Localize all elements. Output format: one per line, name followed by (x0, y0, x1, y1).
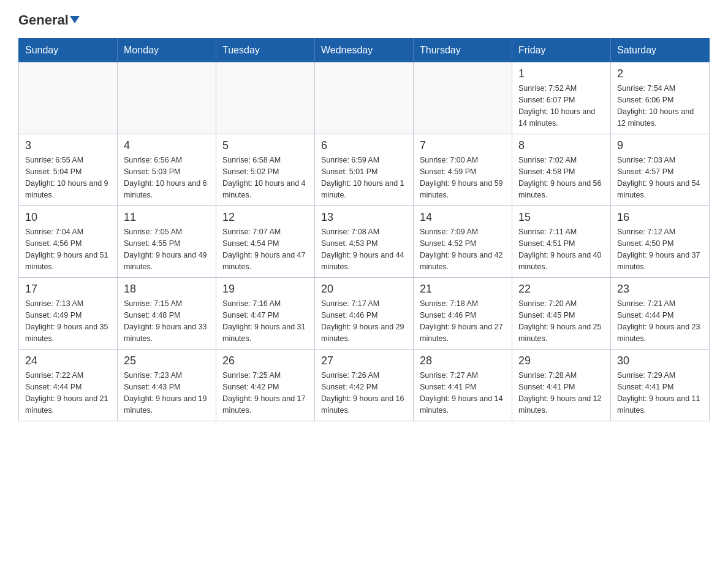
day-number: 10 (25, 211, 111, 224)
calendar-cell: 1Sunrise: 7:52 AMSunset: 6:07 PMDaylight… (512, 63, 611, 134)
day-number: 28 (420, 354, 506, 367)
calendar-cell: 17Sunrise: 7:13 AMSunset: 4:49 PMDayligh… (19, 278, 118, 350)
day-info: Sunrise: 7:16 AMSunset: 4:47 PMDaylight:… (222, 298, 308, 344)
calendar-cell: 29Sunrise: 7:28 AMSunset: 4:41 PMDayligh… (512, 350, 611, 421)
calendar-cell: 7Sunrise: 7:00 AMSunset: 4:59 PMDaylight… (414, 134, 512, 206)
day-info: Sunrise: 6:56 AMSunset: 5:03 PMDaylight:… (124, 155, 210, 201)
calendar-week-3: 10Sunrise: 7:04 AMSunset: 4:56 PMDayligh… (19, 206, 710, 278)
day-info: Sunrise: 7:05 AMSunset: 4:55 PMDaylight:… (124, 226, 210, 272)
day-number: 2 (617, 67, 703, 80)
calendar-cell: 21Sunrise: 7:18 AMSunset: 4:46 PMDayligh… (414, 278, 512, 350)
day-number: 18 (124, 283, 210, 296)
day-info: Sunrise: 7:54 AMSunset: 6:06 PMDaylight:… (617, 83, 703, 129)
day-number: 12 (222, 211, 308, 224)
calendar-cell (414, 63, 512, 134)
calendar-cell: 13Sunrise: 7:08 AMSunset: 4:53 PMDayligh… (315, 206, 414, 278)
day-info: Sunrise: 6:59 AMSunset: 5:01 PMDaylight:… (321, 155, 407, 201)
day-number: 19 (222, 283, 308, 296)
calendar-cell (19, 63, 118, 134)
calendar-cell: 30Sunrise: 7:29 AMSunset: 4:41 PMDayligh… (611, 350, 710, 421)
calendar-cell: 11Sunrise: 7:05 AMSunset: 4:55 PMDayligh… (118, 206, 216, 278)
day-number: 6 (321, 139, 407, 152)
day-info: Sunrise: 6:55 AMSunset: 5:04 PMDaylight:… (25, 155, 111, 201)
day-info: Sunrise: 7:23 AMSunset: 4:43 PMDaylight:… (124, 370, 210, 416)
day-number: 22 (518, 283, 604, 296)
day-number: 13 (321, 211, 407, 224)
calendar-week-2: 3Sunrise: 6:55 AMSunset: 5:04 PMDaylight… (19, 134, 710, 206)
day-info: Sunrise: 7:02 AMSunset: 4:58 PMDaylight:… (518, 155, 604, 201)
calendar-cell (315, 63, 414, 134)
calendar-cell: 3Sunrise: 6:55 AMSunset: 5:04 PMDaylight… (19, 134, 118, 206)
day-info: Sunrise: 7:20 AMSunset: 4:45 PMDaylight:… (518, 298, 604, 344)
day-info: Sunrise: 7:13 AMSunset: 4:49 PMDaylight:… (25, 298, 111, 344)
day-number: 15 (518, 211, 604, 224)
calendar-cell: 25Sunrise: 7:23 AMSunset: 4:43 PMDayligh… (118, 350, 216, 421)
day-info: Sunrise: 7:12 AMSunset: 4:50 PMDaylight:… (617, 226, 703, 272)
day-info: Sunrise: 7:18 AMSunset: 4:46 PMDaylight:… (420, 298, 506, 344)
header-wednesday: Wednesday (315, 39, 414, 63)
day-number: 23 (617, 283, 703, 296)
day-number: 25 (124, 354, 210, 367)
day-number: 21 (420, 283, 506, 296)
day-info: Sunrise: 7:08 AMSunset: 4:53 PMDaylight:… (321, 226, 407, 272)
header-saturday: Saturday (611, 39, 710, 63)
header-friday: Friday (512, 39, 611, 63)
day-info: Sunrise: 7:27 AMSunset: 4:41 PMDaylight:… (420, 370, 506, 416)
logo-triangle-icon (70, 16, 80, 23)
day-number: 1 (518, 67, 604, 80)
header-monday: Monday (118, 39, 216, 63)
day-number: 24 (25, 354, 111, 367)
calendar-cell: 12Sunrise: 7:07 AMSunset: 4:54 PMDayligh… (216, 206, 315, 278)
day-number: 5 (222, 139, 308, 152)
calendar-cell: 8Sunrise: 7:02 AMSunset: 4:58 PMDaylight… (512, 134, 611, 206)
day-info: Sunrise: 7:29 AMSunset: 4:41 PMDaylight:… (617, 370, 703, 416)
day-number: 11 (124, 211, 210, 224)
calendar-cell (118, 63, 216, 134)
day-number: 16 (617, 211, 703, 224)
calendar-cell: 28Sunrise: 7:27 AMSunset: 4:41 PMDayligh… (414, 350, 512, 421)
calendar-table: SundayMondayTuesdayWednesdayThursdayFrid… (18, 38, 710, 421)
day-number: 8 (518, 139, 604, 152)
calendar-cell: 23Sunrise: 7:21 AMSunset: 4:44 PMDayligh… (611, 278, 710, 350)
calendar-cell: 4Sunrise: 6:56 AMSunset: 5:03 PMDaylight… (118, 134, 216, 206)
header-tuesday: Tuesday (216, 39, 315, 63)
calendar-cell: 14Sunrise: 7:09 AMSunset: 4:52 PMDayligh… (414, 206, 512, 278)
calendar-cell: 15Sunrise: 7:11 AMSunset: 4:51 PMDayligh… (512, 206, 611, 278)
calendar-cell: 16Sunrise: 7:12 AMSunset: 4:50 PMDayligh… (611, 206, 710, 278)
calendar-cell: 6Sunrise: 6:59 AMSunset: 5:01 PMDaylight… (315, 134, 414, 206)
calendar-cell: 22Sunrise: 7:20 AMSunset: 4:45 PMDayligh… (512, 278, 611, 350)
calendar-week-4: 17Sunrise: 7:13 AMSunset: 4:49 PMDayligh… (19, 278, 710, 350)
calendar-cell: 24Sunrise: 7:22 AMSunset: 4:44 PMDayligh… (19, 350, 118, 421)
calendar-cell: 26Sunrise: 7:25 AMSunset: 4:42 PMDayligh… (216, 350, 315, 421)
calendar-cell: 9Sunrise: 7:03 AMSunset: 4:57 PMDaylight… (611, 134, 710, 206)
day-info: Sunrise: 6:58 AMSunset: 5:02 PMDaylight:… (222, 155, 308, 201)
logo-text: General (18, 12, 80, 28)
day-number: 3 (25, 139, 111, 152)
calendar-header: SundayMondayTuesdayWednesdayThursdayFrid… (19, 39, 710, 63)
day-number: 17 (25, 283, 111, 296)
header-row: SundayMondayTuesdayWednesdayThursdayFrid… (19, 39, 710, 63)
day-info: Sunrise: 7:22 AMSunset: 4:44 PMDaylight:… (25, 370, 111, 416)
day-info: Sunrise: 7:26 AMSunset: 4:42 PMDaylight:… (321, 370, 407, 416)
day-info: Sunrise: 7:07 AMSunset: 4:54 PMDaylight:… (222, 226, 308, 272)
day-number: 27 (321, 354, 407, 367)
day-info: Sunrise: 7:09 AMSunset: 4:52 PMDaylight:… (420, 226, 506, 272)
day-info: Sunrise: 7:00 AMSunset: 4:59 PMDaylight:… (420, 155, 506, 201)
calendar-cell (216, 63, 315, 134)
day-number: 29 (518, 354, 604, 367)
day-info: Sunrise: 7:21 AMSunset: 4:44 PMDaylight:… (617, 298, 703, 344)
day-number: 9 (617, 139, 703, 152)
day-number: 26 (222, 354, 308, 367)
day-info: Sunrise: 7:25 AMSunset: 4:42 PMDaylight:… (222, 370, 308, 416)
calendar-cell: 19Sunrise: 7:16 AMSunset: 4:47 PMDayligh… (216, 278, 315, 350)
day-info: Sunrise: 7:17 AMSunset: 4:46 PMDaylight:… (321, 298, 407, 344)
calendar-cell: 18Sunrise: 7:15 AMSunset: 4:48 PMDayligh… (118, 278, 216, 350)
calendar-cell: 2Sunrise: 7:54 AMSunset: 6:06 PMDaylight… (611, 63, 710, 134)
header-sunday: Sunday (19, 39, 118, 63)
day-info: Sunrise: 7:04 AMSunset: 4:56 PMDaylight:… (25, 226, 111, 272)
day-number: 30 (617, 354, 703, 367)
calendar-week-5: 24Sunrise: 7:22 AMSunset: 4:44 PMDayligh… (19, 350, 710, 421)
day-info: Sunrise: 7:11 AMSunset: 4:51 PMDaylight:… (518, 226, 604, 272)
calendar-cell: 27Sunrise: 7:26 AMSunset: 4:42 PMDayligh… (315, 350, 414, 421)
calendar-cell: 20Sunrise: 7:17 AMSunset: 4:46 PMDayligh… (315, 278, 414, 350)
